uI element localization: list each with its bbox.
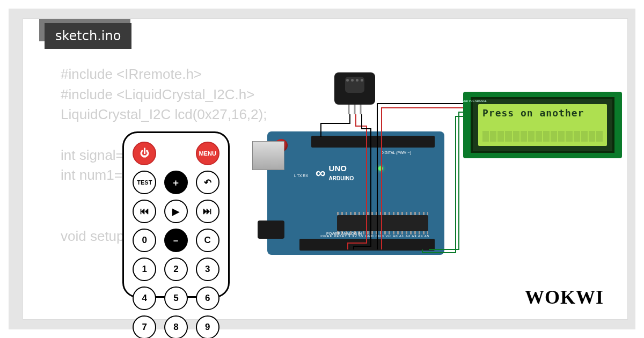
remote-btn-plus[interactable]: ＋: [164, 171, 188, 194]
remote-btn-num-9[interactable]: 9: [196, 315, 219, 338]
remote-btn-clear[interactable]: C: [196, 229, 219, 252]
remote-btn-num-7[interactable]: 7: [133, 315, 156, 338]
remote-btn-num-0[interactable]: 0: [133, 229, 156, 252]
remote-btn-num-6[interactable]: 6: [196, 286, 219, 310]
remote-btn-test[interactable]: TEST: [133, 171, 156, 194]
arduino-logo: ∞ UNOARDUINO: [316, 164, 354, 182]
remote-btn-minus[interactable]: －: [164, 229, 188, 252]
remote-btn-menu[interactable]: MENU: [196, 142, 219, 165]
remote-btn-num-3[interactable]: 3: [196, 258, 219, 281]
remote-btn-num-5[interactable]: 5: [164, 286, 188, 310]
usb-port: [252, 141, 284, 170]
main-card: sketch.ino #include <IRremote.h> #includ…: [23, 18, 628, 320]
arduino-uno-board[interactable]: ∞ UNOARDUINO L TX RX DIGITAL (PWM ~) IOR…: [267, 131, 444, 255]
power-label: POWER ANALOG IN: [326, 232, 362, 236]
remote-btn-prev[interactable]: ⏮: [133, 200, 156, 223]
remote-btn-num-4[interactable]: 4: [133, 286, 156, 310]
remote-btn-power[interactable]: ⏻: [133, 142, 156, 165]
remote-btn-num-1[interactable]: 1: [133, 258, 156, 281]
pwm-label: DIGITAL (PWM ~): [380, 151, 412, 155]
lcd-1602-module[interactable]: GND VCC SDA SCL Press on another: [463, 92, 622, 158]
digital-header: [311, 136, 435, 148]
lcd-line1: Press on another: [482, 107, 584, 119]
remote-btn-back[interactable]: ↶: [196, 171, 219, 194]
file-tab[interactable]: sketch.ino: [45, 23, 131, 49]
power-header: [299, 239, 348, 251]
on-led-icon: [378, 166, 383, 171]
wokwi-logo: WOKWI: [525, 286, 604, 308]
remote-btn-num-8[interactable]: 8: [164, 315, 188, 338]
remote-btn-play[interactable]: ▶: [164, 200, 188, 223]
remote-btn-next[interactable]: ⏭: [196, 200, 219, 223]
remote-btn-num-2[interactable]: 2: [164, 258, 188, 281]
lcd-screen: Press on another: [478, 104, 607, 146]
txrx-labels: L TX RX: [294, 173, 308, 178]
lcd-pin-labels: GND VCC SDA SCL: [462, 99, 487, 102]
remote-button-grid: ⏻MENUTEST＋↶⏮▶⏭0－C123456789: [131, 142, 221, 338]
barrel-jack: [258, 221, 284, 239]
ir-receiver-module[interactable]: [334, 72, 375, 105]
atmega-chip: [337, 215, 428, 231]
ir-remote-control[interactable]: ⏻MENUTEST＋↶⏮▶⏭0－C123456789: [122, 131, 230, 298]
